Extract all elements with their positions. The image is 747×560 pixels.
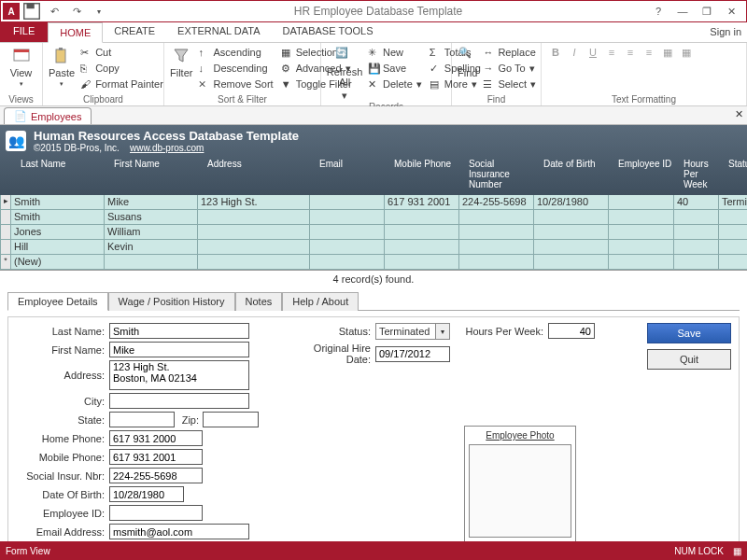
save-icon: 💾	[368, 63, 379, 74]
detail-tab[interactable]: Wage / Position History	[108, 292, 235, 311]
address-field[interactable]: 123 High St. Boston, MA 02134	[109, 360, 249, 390]
view-shortcut-icon[interactable]: ▦	[733, 546, 741, 556]
restore-button[interactable]: ❐	[696, 3, 718, 20]
employee-detail-form: Last Name: First Name: Address:123 High …	[7, 316, 740, 553]
copy-button[interactable]: ⎘Copy	[78, 61, 165, 76]
align-center-button[interactable]: ≡	[622, 45, 639, 60]
detail-tab[interactable]: Notes	[235, 292, 283, 311]
new-row[interactable]: (New)	[0, 255, 747, 270]
qat-redo-icon[interactable]: ↷	[66, 2, 87, 21]
find-button[interactable]: 🔍Find	[458, 45, 477, 78]
column-header[interactable]: First Name	[110, 157, 204, 195]
home-phone-field[interactable]	[109, 430, 203, 446]
bold-button[interactable]: B	[547, 45, 564, 60]
minimize-button[interactable]: —	[671, 3, 694, 20]
first-name-field[interactable]	[109, 342, 249, 357]
column-header[interactable]: Address	[204, 157, 316, 195]
table-row[interactable]: HillKevin	[0, 240, 747, 255]
employee-id-field[interactable]	[109, 505, 203, 521]
column-header[interactable]: Mobile Phone	[390, 157, 465, 195]
column-header[interactable]: Last Name	[17, 157, 110, 195]
hire-date-field[interactable]	[375, 346, 450, 362]
table-row[interactable]: JonesWilliam	[0, 225, 747, 240]
sign-in-link[interactable]: Sign in	[710, 26, 741, 37]
refresh-icon: 🔄	[335, 47, 354, 65]
table-row[interactable]: SmithMike123 High St.617 931 2001224-255…	[0, 195, 747, 210]
column-header[interactable]: Date of Birth	[540, 157, 614, 195]
save-button[interactable]: Save	[647, 323, 731, 343]
underline-button[interactable]: U	[585, 45, 601, 60]
column-header[interactable]: Employee ID	[614, 157, 680, 195]
filter-button[interactable]: Filter	[170, 45, 192, 78]
city-field[interactable]	[109, 393, 249, 409]
mobile-phone-field[interactable]	[109, 449, 203, 465]
format-painter-button[interactable]: 🖌Format Painter	[78, 77, 165, 91]
employee-grid[interactable]: SmithMike123 High St.617 931 2001224-255…	[0, 195, 747, 271]
label-status: Status:	[287, 326, 375, 337]
zip-field[interactable]	[203, 412, 259, 427]
qat-save-icon[interactable]	[21, 2, 42, 21]
save-record-button[interactable]: 💾Save	[366, 61, 424, 76]
column-header[interactable]: Email	[316, 157, 390, 195]
qat-customize-icon[interactable]: ▾	[89, 2, 109, 21]
table-row[interactable]: SmithSusans	[0, 210, 747, 225]
email-field[interactable]	[109, 524, 249, 539]
remove-sort-button[interactable]: ⨯Remove Sort	[196, 77, 275, 91]
label-hire-date: Original Hire Date:	[287, 343, 375, 365]
new-button[interactable]: ✳New	[366, 45, 424, 60]
more-icon: ▤	[430, 78, 441, 90]
form-icon: 📄	[14, 110, 27, 122]
close-tab-icon[interactable]: ✕	[735, 108, 743, 120]
qat-undo-icon[interactable]: ↶	[44, 2, 64, 21]
label-email: Email Address:	[16, 526, 109, 538]
photo-caption: Employee Photo	[469, 430, 571, 444]
column-header[interactable]: Social Insurance Number	[465, 157, 540, 195]
label-last-name: Last Name:	[16, 326, 109, 337]
state-field[interactable]	[109, 412, 175, 427]
last-name-field[interactable]	[109, 323, 249, 339]
fill-color-button[interactable]: ▦	[659, 45, 676, 60]
column-header[interactable]: Hours Per Week	[680, 157, 725, 195]
vendor-link[interactable]: www.db-pros.com	[130, 143, 204, 153]
label-home-phone: Home Phone:	[16, 433, 109, 444]
label-employee-id: Employee ID:	[16, 508, 109, 519]
cut-button[interactable]: ✂Cut	[78, 45, 165, 60]
detail-tab[interactable]: Help / About	[282, 292, 359, 311]
svg-rect-3	[14, 49, 29, 52]
tab-create[interactable]: CREATE	[103, 21, 166, 42]
select-button[interactable]: ☰Select▾	[481, 77, 538, 91]
status-select[interactable]: Terminated▾	[375, 323, 450, 340]
sort-asc-button[interactable]: ↑Ascending	[196, 45, 275, 60]
refresh-all-button[interactable]: 🔄Refresh All▾	[327, 45, 362, 102]
grid-button[interactable]: ▦	[678, 45, 695, 60]
dob-field[interactable]	[109, 486, 184, 502]
hours-per-week-field[interactable]	[548, 323, 595, 339]
sin-field[interactable]	[109, 468, 203, 483]
detail-tab[interactable]: Employee Details	[7, 292, 108, 311]
doc-tab-employees[interactable]: 📄Employees	[4, 107, 92, 124]
employee-photo-box[interactable]: Employee Photo double-click to add/edit	[464, 426, 576, 553]
column-header[interactable]	[6, 157, 17, 195]
photo-placeholder	[469, 444, 571, 538]
help-icon[interactable]: ?	[647, 3, 669, 20]
paste-button[interactable]: Paste▾	[49, 45, 75, 88]
svg-rect-4	[56, 49, 65, 63]
sort-desc-button[interactable]: ↓Descending	[196, 61, 275, 76]
align-right-button[interactable]: ≡	[641, 45, 657, 60]
close-button[interactable]: ✕	[720, 3, 742, 20]
column-header[interactable]: Status	[725, 157, 747, 195]
tab-home[interactable]: HOME	[48, 22, 103, 43]
delete-button[interactable]: ✕Delete▾	[366, 77, 424, 91]
replace-button[interactable]: ↔Replace	[481, 45, 538, 60]
detail-tab-strip: Employee DetailsWage / Position HistoryN…	[7, 291, 740, 311]
quit-button[interactable]: Quit	[647, 349, 731, 370]
align-left-button[interactable]: ≡	[603, 45, 620, 60]
view-button[interactable]: View▾	[6, 45, 36, 88]
tab-file[interactable]: FILE	[0, 21, 48, 42]
goto-button[interactable]: →Go To▾	[481, 61, 538, 76]
tab-database-tools[interactable]: DATABASE TOOLS	[271, 21, 384, 42]
header-title: Human Resources Access Database Template	[34, 129, 299, 143]
tab-external-data[interactable]: EXTERNAL DATA	[166, 21, 271, 42]
remove-sort-icon: ⨯	[198, 78, 209, 90]
italic-button[interactable]: I	[566, 45, 583, 60]
